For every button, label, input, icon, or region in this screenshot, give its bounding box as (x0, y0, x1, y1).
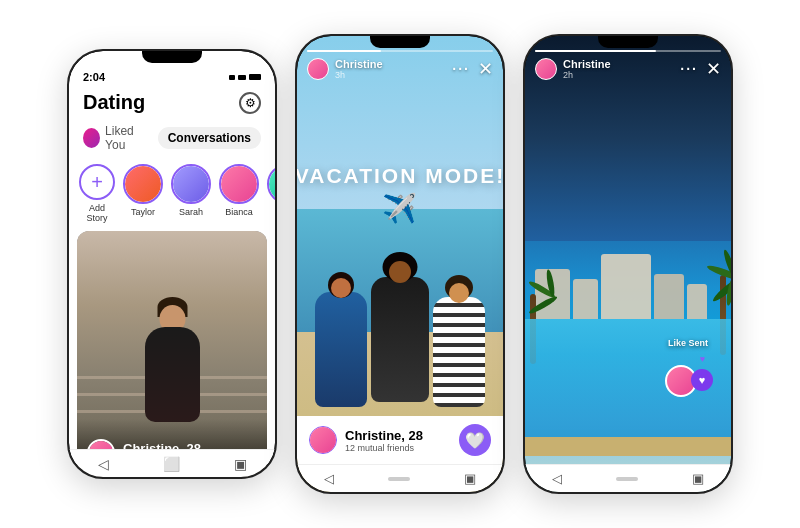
close-story-icon-3[interactable]: ✕ (706, 58, 721, 80)
settings-icon[interactable]: ⚙ (239, 92, 261, 114)
tabs-row: Liked You Conversations (69, 120, 275, 160)
person-body (145, 327, 200, 422)
girl-1-face (331, 278, 351, 298)
bianca-label: Bianca (225, 207, 253, 217)
nav-back-2[interactable]: ◁ (324, 471, 334, 486)
story-card-bottom-2: Christine, 28 12 mutual friends 🤍 (297, 416, 503, 464)
pool-story-screen: Christine 2h ··· ✕ Like Sent ♥ (525, 36, 731, 492)
like-sent-overlay: Like Sent ♥ ♥ (663, 338, 713, 397)
nav-recents-2[interactable]: ▣ (464, 471, 476, 486)
story-card-text-2: Christine, 28 12 mutual friends (345, 428, 423, 453)
story-person-avatar-2 (309, 426, 337, 454)
tab-liked-you[interactable]: Liked You (83, 124, 150, 152)
beach-story-screen: Christine 3h ··· ✕ VACATION MODE! ✈️ (297, 36, 503, 492)
building-3 (601, 254, 651, 319)
nav-home-icon[interactable]: ⬜ (163, 455, 181, 473)
notch-1 (142, 51, 202, 63)
wifi-icon (238, 75, 246, 80)
add-story-icon: + (79, 164, 115, 200)
story-person-avatar-img-2 (310, 427, 336, 453)
nav-bar-2: ◁ ▣ (297, 464, 503, 492)
tab-conversations[interactable]: Conversations (158, 127, 261, 149)
girl-3-face (449, 283, 469, 303)
story-bianca[interactable]: Bianca (219, 164, 259, 217)
nav-home-3[interactable] (616, 477, 638, 481)
signal-icon (229, 75, 235, 80)
story-user-info-3: Christine 2h (563, 58, 611, 80)
story-add[interactable]: + Add Story (79, 164, 115, 223)
add-story-label: Add Story (79, 203, 115, 223)
sarah-label: Sarah (179, 207, 203, 217)
status-bar-1: 2:04 (69, 63, 275, 87)
story-user-name-3: Christine (563, 58, 611, 70)
phone-1-screen: 2:04 Dating ⚙ Liked You Convers (69, 51, 275, 477)
story-progress-bar-3 (535, 50, 721, 52)
liked-avatar (83, 128, 100, 148)
taylor-avatar-img (125, 166, 161, 202)
nav-back-icon[interactable]: ◁ (94, 455, 112, 473)
story-user-time-2: 3h (335, 70, 383, 80)
nav-home-2[interactable] (388, 477, 410, 481)
phone-2: Christine 3h ··· ✕ VACATION MODE! ✈️ (295, 34, 505, 494)
story-header-2: Christine 3h ··· ✕ (297, 50, 503, 80)
story-user-avatar-3 (535, 58, 557, 80)
sarah-avatar (171, 164, 211, 204)
story-user-avatar-2 (307, 58, 329, 80)
story-card-name-2: Christine, 28 (345, 428, 423, 443)
nav-back-3[interactable]: ◁ (552, 471, 562, 486)
story-progress-fill-3 (535, 50, 656, 52)
building-4 (654, 274, 684, 319)
status-time: 2:04 (83, 71, 105, 83)
phone-1: 2:04 Dating ⚙ Liked You Convers (67, 49, 277, 479)
story-taylor[interactable]: Taylor (123, 164, 163, 217)
status-icons (229, 74, 261, 80)
building-5 (687, 284, 707, 319)
girl-3-body (433, 297, 485, 407)
tab-conversations-label: Conversations (168, 131, 251, 145)
sp-avatar-img (269, 166, 275, 202)
heart-small-icon: ♥ (700, 354, 705, 364)
plane-emoji: ✈️ (297, 192, 503, 225)
phone-3: Christine 2h ··· ✕ Like Sent ♥ (523, 34, 733, 494)
more-options-icon-3[interactable]: ··· (680, 61, 698, 77)
more-options-icon[interactable]: ··· (452, 61, 470, 77)
nav-bar-3: ◁ ▣ (525, 464, 731, 492)
girl-2-body (371, 277, 429, 402)
story-progress-bar (307, 50, 493, 52)
person-figure (145, 327, 200, 422)
story-user-info-2: Christine 3h (335, 58, 383, 80)
close-story-icon[interactable]: ✕ (478, 58, 493, 80)
sarah-avatar-img (173, 166, 209, 202)
story-progress-fill (307, 50, 381, 52)
nav-recents-icon[interactable]: ▣ (232, 455, 250, 473)
like-sent-graphic: ♥ ♥ (663, 352, 713, 397)
nav-bar-1: ◁ ⬜ ▣ (69, 449, 275, 477)
pool-background (525, 36, 731, 492)
story-sp[interactable]: Sp... (267, 164, 275, 217)
story-user-row: Christine 3h ··· ✕ (307, 58, 493, 80)
tab-liked-label: Liked You (105, 124, 150, 152)
notch-2 (370, 36, 430, 48)
story-sarah[interactable]: Sarah (171, 164, 211, 217)
story-actions: ··· ✕ (452, 58, 493, 80)
building-2 (573, 279, 598, 319)
phone-2-screen: Christine 3h ··· ✕ VACATION MODE! ✈️ (297, 36, 503, 492)
battery-icon (249, 74, 261, 80)
bianca-avatar (219, 164, 259, 204)
vacation-text: VACATION MODE! (297, 164, 503, 188)
girl-2-face (389, 261, 411, 283)
phone-3-screen: Christine 2h ··· ✕ Like Sent ♥ (525, 36, 731, 492)
story-actions-3: ··· ✕ (680, 58, 721, 80)
story-header-3: Christine 2h ··· ✕ (525, 50, 731, 80)
notch-3 (598, 36, 658, 48)
profile-card[interactable]: Christine, 28 12 mutual friends (77, 231, 267, 477)
phones-container: 2:04 Dating ⚙ Liked You Convers (47, 14, 753, 514)
story-card-mutual-2: 12 mutual friends (345, 443, 423, 453)
nav-recents-3[interactable]: ▣ (692, 471, 704, 486)
pool-deck (525, 437, 731, 455)
like-button-2[interactable]: 🤍 (459, 424, 491, 456)
girl-1-body (315, 292, 367, 407)
like-sent-label: Like Sent (668, 338, 708, 348)
buildings-row (525, 254, 731, 319)
app-title: Dating (83, 91, 145, 114)
